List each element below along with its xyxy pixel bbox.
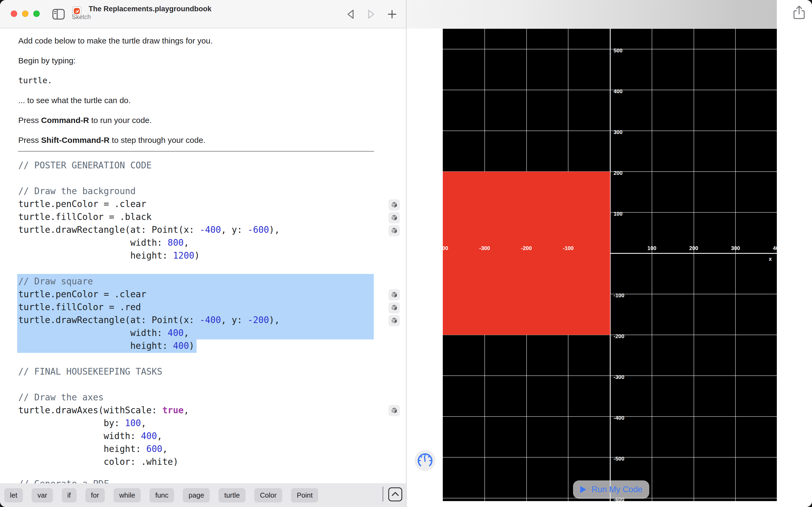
run-speed-control[interactable] bbox=[415, 450, 436, 471]
speedometer-icon bbox=[415, 450, 436, 471]
code-line[interactable]: width: 400, bbox=[18, 327, 280, 339]
keyword-button-list: letvarifforwhilefuncpageturtleColorPoint bbox=[4, 488, 318, 502]
code-section-poster[interactable]: // POSTER GENERATION CODE // Draw the ba… bbox=[18, 159, 280, 262]
gridline bbox=[652, 29, 652, 501]
code-line[interactable]: // Draw square bbox=[18, 275, 280, 288]
zoom-window-button[interactable] bbox=[33, 10, 40, 17]
result-cube-button[interactable] bbox=[389, 302, 400, 314]
back-icon bbox=[346, 9, 355, 19]
code-line[interactable]: turtle.drawAxes(withScale: true, bbox=[18, 404, 189, 417]
instruction-paragraph: Press Shift-Command-R to step through yo… bbox=[18, 135, 375, 145]
result-cube-button[interactable] bbox=[389, 212, 400, 223]
instruction-paragraph: ... to see what the turtle can do. bbox=[18, 95, 375, 105]
page-subtitle: Sketch bbox=[72, 13, 91, 21]
y-axis-tick-label: 500 bbox=[614, 48, 623, 54]
code-section-draw-square[interactable]: // Draw squareturtle.penColor = .cleartu… bbox=[18, 275, 280, 352]
forward-icon bbox=[366, 9, 376, 19]
gridline bbox=[694, 29, 694, 501]
keyword-button-func[interactable]: func bbox=[150, 488, 174, 502]
instruction-paragraph: Begin by typing: bbox=[18, 56, 375, 65]
code-line[interactable]: // Draw the background bbox=[18, 185, 280, 198]
x-axis-tick-label: 200 bbox=[689, 245, 698, 251]
result-cube-button[interactable] bbox=[389, 289, 400, 300]
share-button[interactable] bbox=[793, 5, 806, 20]
toolbar-shadow-gradient bbox=[407, 0, 777, 29]
scrollbar[interactable] bbox=[383, 487, 384, 502]
window-toolbar: The Replacements.playgroundbook Sketch bbox=[0, 0, 406, 29]
y-axis-tick-label: 100 bbox=[614, 211, 623, 217]
code-line[interactable] bbox=[18, 378, 189, 391]
run-button-label: Run My Code bbox=[591, 485, 643, 494]
playgrounds-window: The Replacements.playgroundbook Sketch bbox=[0, 0, 812, 507]
x-axis-tick-label: -100 bbox=[563, 245, 574, 251]
result-cube-button[interactable] bbox=[389, 199, 400, 211]
result-cube-button[interactable] bbox=[389, 405, 400, 416]
y-axis-tick-label: 400 bbox=[614, 88, 623, 95]
keyword-button-while[interactable]: while bbox=[114, 488, 141, 502]
cube-icon bbox=[389, 199, 400, 211]
red-square bbox=[443, 172, 610, 335]
code-line[interactable]: turtle.penColor = .clear bbox=[18, 198, 280, 211]
code-line[interactable]: width: 400, bbox=[18, 430, 189, 443]
navigate-forward-button[interactable] bbox=[365, 8, 378, 21]
x-axis-letter: x bbox=[769, 256, 772, 262]
chevron-up-icon bbox=[389, 488, 401, 501]
code-line[interactable]: width: 800, bbox=[18, 236, 280, 249]
keyword-button-var[interactable]: var bbox=[32, 488, 53, 502]
minimize-window-button[interactable] bbox=[22, 10, 28, 17]
gridline bbox=[443, 49, 777, 49]
code-line[interactable]: turtle.fillColor = .red bbox=[18, 301, 280, 314]
plus-icon bbox=[387, 9, 397, 19]
y-axis-tick-label: -300 bbox=[614, 374, 624, 380]
gridline bbox=[443, 416, 777, 417]
add-page-button[interactable] bbox=[386, 8, 399, 21]
expand-shortcuts-button[interactable] bbox=[388, 488, 402, 501]
editor-pane: The Replacements.playgroundbook Sketch bbox=[0, 0, 406, 507]
result-cube-button[interactable] bbox=[389, 315, 400, 326]
code-line[interactable]: // Draw the axes bbox=[18, 391, 189, 404]
keyword-shortcut-bar: letvarifforwhilefuncpageturtleColorPoint bbox=[0, 484, 406, 507]
code-line[interactable]: turtle.drawRectangle(at: Point(x: -400, … bbox=[18, 314, 280, 327]
instruction-paragraph: Add code below to make the turtle draw t… bbox=[18, 36, 375, 46]
keyword-button-Color[interactable]: Color bbox=[254, 488, 282, 502]
code-line[interactable]: // FINAL HOUSEKEEPING TASKS bbox=[18, 365, 189, 378]
gridline bbox=[443, 457, 777, 458]
code-line[interactable] bbox=[18, 172, 280, 185]
keyword-button-for[interactable]: for bbox=[85, 488, 105, 502]
y-axis-tick-label: -100 bbox=[614, 292, 624, 299]
y-axis-tick-label: -200 bbox=[614, 333, 624, 339]
close-window-button[interactable] bbox=[11, 10, 17, 17]
gridline bbox=[443, 90, 777, 90]
cube-icon bbox=[389, 405, 400, 416]
result-cube-button[interactable] bbox=[389, 225, 400, 236]
code-line[interactable]: turtle.penColor = .clear bbox=[18, 288, 280, 301]
code-line[interactable]: turtle.drawRectangle(at: Point(x: -400, … bbox=[18, 223, 280, 236]
code-line[interactable]: turtle.fillColor = .black bbox=[18, 211, 280, 223]
document-title: The Replacements.playgroundbook bbox=[89, 5, 212, 13]
x-axis-tick-label: 100 bbox=[647, 245, 656, 251]
keyword-button-page[interactable]: page bbox=[183, 488, 210, 502]
code-line[interactable]: height: 1200) bbox=[18, 249, 280, 262]
gridline bbox=[735, 29, 736, 501]
pane-divider[interactable] bbox=[406, 0, 407, 507]
turtle-canvas: Run My Code -400-300-200-100100200300400… bbox=[443, 29, 777, 501]
run-my-code-button[interactable]: Run My Code bbox=[573, 481, 649, 499]
code-section-housekeeping[interactable]: // FINAL HOUSEKEEPING TASKS // Draw the … bbox=[18, 365, 189, 468]
y-axis-tick-label: 300 bbox=[614, 129, 623, 135]
code-line[interactable]: height: 400) bbox=[18, 339, 280, 352]
keyword-button-let[interactable]: let bbox=[4, 488, 23, 502]
keyword-button-Point[interactable]: Point bbox=[291, 488, 318, 502]
x-axis-tick-label: 400 bbox=[773, 245, 777, 251]
code-line[interactable]: by: 100, bbox=[18, 417, 189, 430]
cube-icon bbox=[389, 225, 400, 236]
code-line[interactable]: height: 600, bbox=[18, 443, 189, 455]
play-icon bbox=[580, 486, 587, 494]
gridline bbox=[443, 376, 777, 376]
keyword-button-turtle[interactable]: turtle bbox=[219, 488, 245, 502]
sidebar-toggle-button[interactable] bbox=[52, 8, 65, 20]
cube-icon bbox=[389, 315, 400, 326]
keyword-button-if[interactable]: if bbox=[62, 488, 76, 502]
navigate-back-button[interactable] bbox=[344, 8, 357, 21]
code-line[interactable]: color: .white) bbox=[18, 455, 189, 468]
code-line[interactable]: // POSTER GENERATION CODE bbox=[18, 159, 280, 172]
